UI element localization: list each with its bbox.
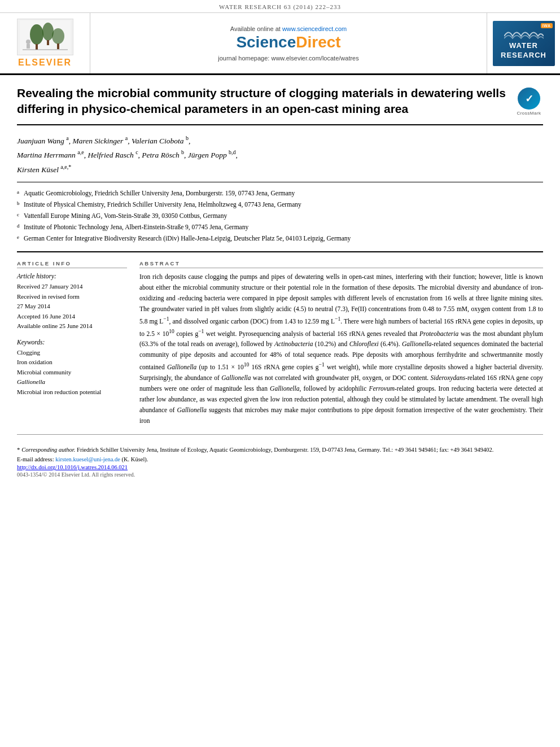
authors-section: Juanjuan Wang a, Maren Sickinger a, Vale…: [17, 133, 543, 182]
abstract-label: ABSTRACT: [139, 260, 543, 268]
keywords-label: Keywords:: [17, 339, 127, 346]
article-info-label: ARTICLE INFO: [17, 260, 127, 268]
article-info-content: Article history: Received 27 January 201…: [17, 272, 127, 331]
affiliation-b: b Institute of Physical Chemistry, Fried…: [17, 199, 543, 210]
corresponding-author-text: Corresponding author. Friedrich Schiller…: [21, 447, 493, 453]
wr-title-text: WATERRESEARCH: [501, 41, 546, 60]
authors-list: Juanjuan Wang a, Maren Sickinger a, Vale…: [17, 133, 543, 176]
keyword-iron-oxidation: Iron oxidation: [17, 357, 127, 368]
email-link[interactable]: kirsten.kuesel@uni-jena.de: [55, 456, 120, 462]
water-research-logo-box: IWA WATERRESEARCH: [487, 13, 560, 73]
copyright-line: 0043-1354/© 2014 Elsevier Ltd. All right…: [0, 471, 560, 478]
svg-point-2: [42, 23, 54, 41]
article-title-section: Revealing the microbial community struct…: [17, 85, 543, 125]
received-date: Received 27 January 2014: [17, 282, 127, 291]
svg-point-1: [30, 24, 43, 45]
affiliation-d: d Institute of Photonic Technology Jena,…: [17, 222, 543, 233]
received-revised-label: Received in revised form: [17, 292, 127, 302]
svg-point-3: [52, 28, 64, 44]
keyword-iron-reduction: Microbial iron reduction potential: [17, 387, 127, 397]
water-research-logo: IWA WATERRESEARCH: [493, 21, 555, 66]
article-content: Revealing the microbial community struct…: [0, 75, 560, 445]
affiliations-section: a Aquatic Geomicrobiology, Friedrich Sch…: [17, 188, 543, 252]
crossmark-badge: ✓ CrossMark: [515, 88, 543, 116]
accepted-date: Accepted 16 June 2014: [17, 312, 127, 321]
left-column: ARTICLE INFO Article history: Received 2…: [17, 260, 127, 426]
elsevier-tree-image: [17, 19, 73, 55]
keyword-microbial-community: Microbial community: [17, 368, 127, 378]
affiliation-e: e German Center for Integrative Biodiver…: [17, 233, 543, 244]
sciencedirect-url-link[interactable]: www.sciencedirect.com: [282, 25, 347, 32]
svg-rect-4: [36, 44, 38, 50]
available-online-text: Available online at www.sciencedirect.co…: [230, 25, 347, 32]
journal-topbar: WATER RESEARCH 63 (2014) 222–233: [0, 0, 560, 13]
affiliation-c: c Vattenfall Europe Mining AG, Vom-Stein…: [17, 211, 543, 221]
sciencedirect-logo: ScienceDirect: [236, 33, 340, 51]
corresponding-author-section: * Corresponding author. Friedrich Schill…: [0, 445, 560, 465]
journal-header: ELSEVIER Available online at www.science…: [0, 13, 560, 75]
email-label: E-mail address:: [17, 456, 54, 462]
article-title: Revealing the microbial community struct…: [17, 85, 506, 117]
journal-center: Available online at www.sciencedirect.co…: [90, 13, 487, 73]
svg-rect-5: [47, 40, 49, 45]
right-column: ABSTRACT Iron rich deposits cause cloggi…: [139, 260, 543, 426]
article-history-label: Article history:: [17, 272, 127, 281]
journal-citation: WATER RESEARCH: [219, 3, 282, 10]
affiliation-a: a Aquatic Geomicrobiology, Friedrich Sch…: [17, 188, 543, 199]
svg-point-8: [26, 40, 30, 44]
journal-homepage-text: journal homepage: www.elsevier.com/locat…: [218, 55, 358, 62]
email-name: (K. Küsel).: [122, 456, 148, 462]
two-col-section: ARTICLE INFO Article history: Received 2…: [17, 260, 543, 426]
crossmark-text: CrossMark: [517, 111, 541, 116]
doi-line: http://dx.doi.org/10.1016/j.watres.2014.…: [0, 464, 560, 470]
keyword-clogging: Clogging: [17, 348, 127, 358]
bottom-divider: [17, 434, 543, 435]
elsevier-wordmark: ELSEVIER: [18, 58, 72, 68]
doi-link[interactable]: http://dx.doi.org/10.1016/j.watres.2014.…: [17, 464, 128, 470]
available-date: Available online 25 June 2014: [17, 321, 127, 331]
iwa-badge: IWA: [541, 23, 553, 28]
svg-rect-6: [57, 43, 59, 49]
corresponding-star: *: [17, 446, 20, 453]
svg-rect-9: [27, 44, 30, 49]
abstract-text: Iron rich deposits cause clogging the pu…: [139, 272, 543, 426]
crossmark-circle: ✓: [518, 88, 540, 110]
received-revised-date: 27 May 2014: [17, 302, 127, 311]
keywords-section: Keywords: Clogging Iron oxidation Microb…: [17, 339, 127, 397]
volume-info: 63 (2014) 222–233: [284, 3, 341, 10]
keyword-gallionella: Gallionella: [17, 377, 127, 387]
elsevier-logo-box: ELSEVIER: [0, 13, 90, 73]
